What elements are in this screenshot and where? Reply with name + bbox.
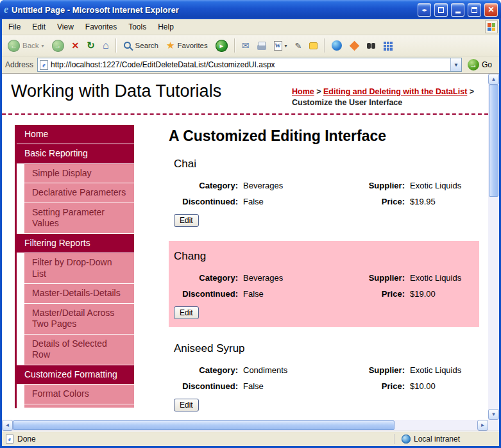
web-page: Working with Data Tutorials Home > Editi… <box>2 74 488 420</box>
product-card-chai: Chai Category: Beverages Supplier: Exoti… <box>169 149 479 235</box>
edit-button[interactable]: Edit <box>174 399 199 411</box>
console-arrows-button[interactable]: ◂▸ <box>418 3 431 17</box>
price-value: $19.95 <box>405 197 474 206</box>
minimize-button[interactable] <box>451 3 464 17</box>
discuss-icon <box>309 42 318 49</box>
pencil-icon: ✎ <box>295 41 302 51</box>
stop-icon: ✕ <box>72 40 80 51</box>
find-button[interactable] <box>364 41 378 51</box>
address-label: Address <box>5 60 33 69</box>
product-fields: Category: Beverages Supplier: Exotic Liq… <box>174 181 474 206</box>
category-label: Category: <box>174 365 238 375</box>
maximize-button[interactable] <box>468 3 481 17</box>
category-value: Beverages <box>238 273 346 283</box>
status-separator <box>394 434 395 444</box>
maximize-glyph-icon <box>471 7 477 13</box>
console-window-button[interactable] <box>434 3 448 17</box>
media-button[interactable]: ▸ <box>212 38 231 54</box>
window-glyph-icon <box>438 7 444 13</box>
sidebar-item-customized-formatting[interactable]: Customized Formatting <box>17 365 134 385</box>
sidebar-item-declarative-parameters[interactable]: Declarative Parameters <box>24 183 134 203</box>
sidebar-item-details-of-selected-row[interactable]: Details of Selected Row <box>24 335 134 365</box>
sidebar-item-filtering-reports[interactable]: Filtering Reports <box>17 234 134 254</box>
mail-button[interactable]: ✉ <box>239 38 253 53</box>
standard-toolbar: ← Back ▾ → ✕ ↻ ⌂ Search ★ Favorites ▸ <box>2 35 499 56</box>
supplier-label: Supplier: <box>346 365 405 375</box>
category-label: Category: <box>174 273 238 283</box>
back-button[interactable]: ← Back ▾ <box>4 38 47 54</box>
price-label: Price: <box>346 381 405 391</box>
print-button[interactable] <box>254 39 269 52</box>
search-label: Search <box>135 42 158 49</box>
sidebar-item-format-colors[interactable]: Format Colors <box>24 385 134 404</box>
home-button[interactable]: ⌂ <box>99 38 112 53</box>
vertical-scroll-thumb[interactable] <box>489 85 498 197</box>
sidebar-item-partial[interactable] <box>24 404 134 408</box>
edit-toolbar-button[interactable]: ✎ <box>292 39 305 53</box>
back-dropdown-icon: ▾ <box>42 43 44 49</box>
mail-icon: ✉ <box>242 40 250 51</box>
messenger-button[interactable] <box>328 38 345 53</box>
snippets-button[interactable] <box>380 39 395 52</box>
address-bar: Address e ▼ → Go <box>2 56 499 74</box>
breadcrumb: Home > Editing and Deleting with the Dat… <box>292 81 484 108</box>
forward-button[interactable]: → <box>49 38 67 54</box>
toolbar-separator <box>115 38 117 53</box>
go-button[interactable]: → Go <box>466 58 496 72</box>
menu-tools[interactable]: Tools <box>123 21 151 33</box>
sidebar-item-master-detail-across-two-pages[interactable]: Master/Detail Across Two Pages <box>24 304 134 335</box>
media-icon: ▸ <box>216 40 228 52</box>
scroll-right-button[interactable]: ► <box>477 420 488 431</box>
scroll-down-button[interactable]: ▼ <box>488 409 499 420</box>
minimize-glyph-icon <box>455 12 461 13</box>
globe-icon <box>402 435 411 444</box>
menu-view[interactable]: View <box>52 21 79 33</box>
page-heading: A Customized Editing Interface <box>169 128 479 145</box>
price-value: $19.00 <box>405 289 474 299</box>
page-icon: e <box>40 60 48 70</box>
sidebar-item-setting-parameter-values[interactable]: Setting Parameter Values <box>24 203 134 234</box>
go-arrow-icon: → <box>468 59 479 71</box>
breadcrumb-link-parent[interactable]: Editing and Deleting with the DataList <box>323 87 467 96</box>
stop-button[interactable]: ✕ <box>69 38 83 53</box>
sidebar-item-master-details-details[interactable]: Master-Details-Details <box>24 284 134 304</box>
sidebar-item-basic-reporting[interactable]: Basic Reporting <box>17 144 134 164</box>
home-icon: ⌂ <box>103 40 109 51</box>
horizontal-scrollbar[interactable]: ◄ ► <box>2 420 488 431</box>
supplier-label: Supplier: <box>346 181 405 190</box>
edit-button[interactable]: Edit <box>174 214 199 227</box>
word-icon: W <box>274 41 282 51</box>
horizontal-scroll-thumb[interactable] <box>13 420 395 430</box>
menu-edit[interactable]: Edit <box>27 21 51 33</box>
sidebar-nav: Home Basic Reporting Simple Display Decl… <box>15 125 134 408</box>
close-button[interactable]: ✕ <box>484 3 498 17</box>
forward-arrow-icon: → <box>52 40 64 52</box>
toolbar-separator <box>324 38 325 53</box>
menu-favorites[interactable]: Favorites <box>80 21 122 33</box>
scroll-up-button[interactable]: ▲ <box>488 74 499 85</box>
windows-logo-icon <box>485 21 498 33</box>
research-button[interactable] <box>346 39 362 53</box>
discuss-button[interactable] <box>306 40 321 51</box>
sidebar-item-home[interactable]: Home <box>17 125 134 145</box>
word-button[interactable]: W▾ <box>271 39 291 53</box>
address-input[interactable] <box>48 60 450 69</box>
grid-icon <box>384 42 386 44</box>
menu-file[interactable]: File <box>3 21 26 33</box>
word-dropdown-icon: ▾ <box>285 43 287 49</box>
sidebar-item-simple-display[interactable]: Simple Display <box>24 164 134 184</box>
sidebar-item-filter-by-drop-down-list[interactable]: Filter by Drop-Down List <box>24 253 134 284</box>
favorites-star-icon: ★ <box>166 40 174 51</box>
favorites-button[interactable]: ★ Favorites <box>163 38 211 53</box>
refresh-button[interactable]: ↻ <box>83 38 98 53</box>
breadcrumb-link-home[interactable]: Home <box>292 87 314 96</box>
category-value: Beverages <box>238 181 346 190</box>
scroll-left-button[interactable]: ◄ <box>2 420 13 431</box>
address-field: e ▼ <box>37 58 462 72</box>
product-name: Chai <box>174 158 474 170</box>
search-button[interactable]: Search <box>120 39 162 53</box>
menu-help[interactable]: Help <box>153 21 179 33</box>
address-dropdown-button[interactable]: ▼ <box>450 58 461 71</box>
vertical-scrollbar[interactable]: ▲ ▼ <box>488 74 499 420</box>
edit-button[interactable]: Edit <box>174 306 199 319</box>
